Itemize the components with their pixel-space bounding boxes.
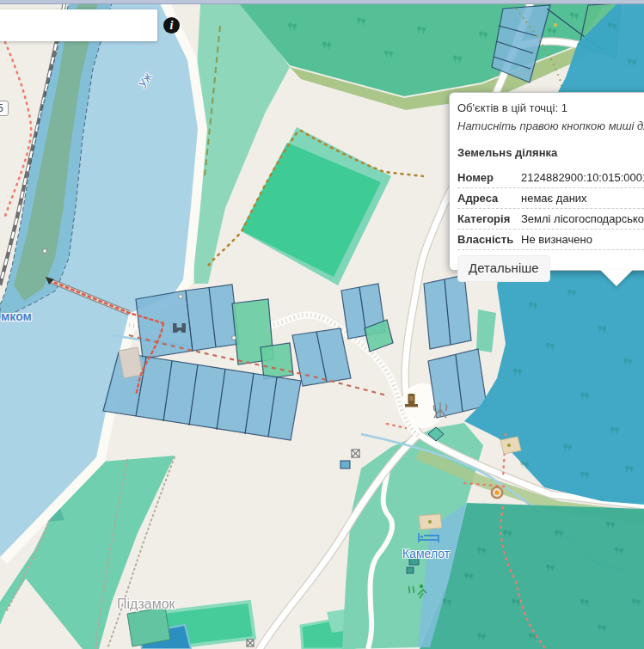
- suburb-label: Підзамок: [117, 597, 175, 612]
- popup-row-address: Адреса немає даних: [457, 188, 644, 209]
- search-bar[interactable]: i: [0, 9, 157, 41]
- popup-tail: [600, 270, 633, 286]
- row-label: Категорія: [457, 212, 521, 225]
- road-shield: 5: [0, 101, 9, 116]
- popup-section-title: Земельнs ділянка: [457, 146, 644, 159]
- water-tower-icon: [491, 487, 504, 499]
- popup-hint: Натисніть правою кнопкою миші для о: [457, 119, 644, 132]
- popup-objects-count: Об'єктів в цій точці: 1: [457, 101, 644, 114]
- popup-row-ownership: Власність Не визначено: [457, 230, 644, 250]
- info-icon: i: [163, 17, 180, 34]
- search-input[interactable]: [3, 13, 158, 39]
- row-value: 2124882900:10:015:0001: [521, 171, 644, 184]
- street-label: мком: [1, 309, 32, 323]
- row-value: Землі лісогосподарського: [521, 212, 644, 225]
- row-label: Адреса: [457, 192, 521, 205]
- popup-row-number: Номер 2124882900:10:015:0001: [457, 168, 644, 188]
- building-green: [127, 607, 170, 646]
- popup-row-category: Категорія Землі лісогосподарського: [457, 209, 644, 230]
- object-info-popup: Об'єктів в цій точці: 1 Натисніть правою…: [449, 92, 644, 271]
- poi-label-kamelot: Камелот: [402, 547, 450, 560]
- row-label: Власність: [457, 233, 521, 246]
- browser-edge-strip: [0, 0, 644, 4]
- row-value: Не визначено: [521, 233, 592, 246]
- row-value: немає даних: [521, 192, 587, 205]
- details-button[interactable]: Детальніше: [457, 255, 550, 282]
- info-button[interactable]: i: [158, 11, 185, 40]
- map-application: i 5 Уж мком Підзамок Камелот Об'єктів в …: [0, 0, 644, 649]
- row-label: Номер: [457, 171, 521, 184]
